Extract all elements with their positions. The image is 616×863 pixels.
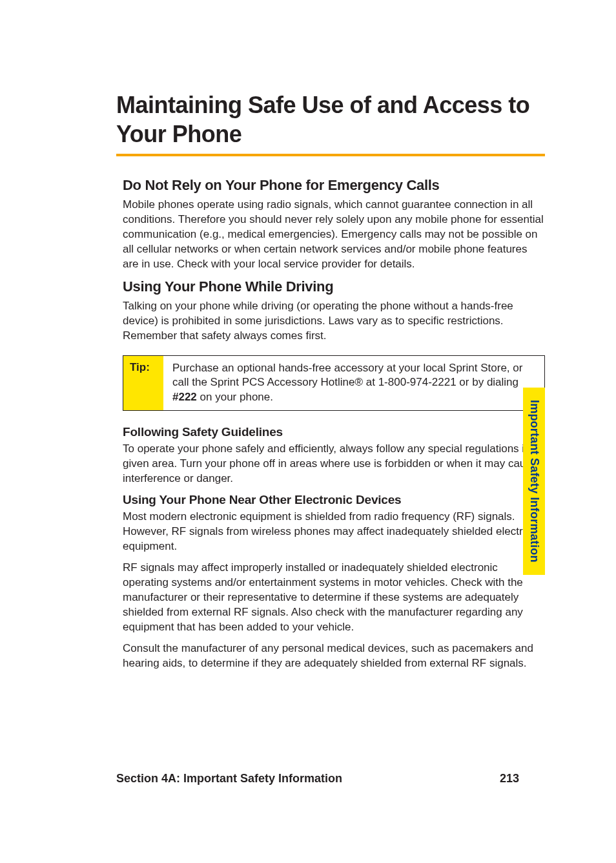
title-rule [116,154,545,156]
para-driving: Talking on your phone while driving (or … [123,299,545,344]
side-tab-label: Important Safety Information [528,400,541,563]
para-guidelines: To operate your phone safely and efficie… [123,442,545,486]
para-electronics-1: Most modern electronic equipment is shie… [123,510,545,554]
para-electronics-3: Consult the manufacturer of any personal… [123,641,545,671]
heading-guidelines: Following Safety Guidelines [123,425,545,439]
heading-electronics: Using Your Phone Near Other Electronic D… [123,493,545,507]
tip-box: Tip: Purchase an optional hands-free acc… [123,355,545,411]
tip-text: Purchase an optional hands-free accessor… [163,356,544,411]
page-title: Maintaining Safe Use of and Access to Yo… [116,90,545,149]
tip-bold: #222 [172,391,197,403]
tip-text-before: Purchase an optional hands-free accessor… [172,362,522,389]
tip-text-after: on your phone. [197,391,273,403]
footer-section-label: Section 4A: Important Safety Information [116,772,342,785]
page-footer: Section 4A: Important Safety Information… [116,772,519,785]
side-tab: Important Safety Information [523,388,545,575]
heading-driving: Using Your Phone While Driving [123,278,545,295]
para-electronics-2: RF signals may affect improperly install… [123,561,545,635]
para-emergency: Mobile phones operate using radio signal… [123,198,545,272]
heading-emergency: Do Not Rely on Your Phone for Emergency … [123,177,545,194]
tip-label: Tip: [123,356,163,411]
footer-page-number: 213 [500,772,519,785]
